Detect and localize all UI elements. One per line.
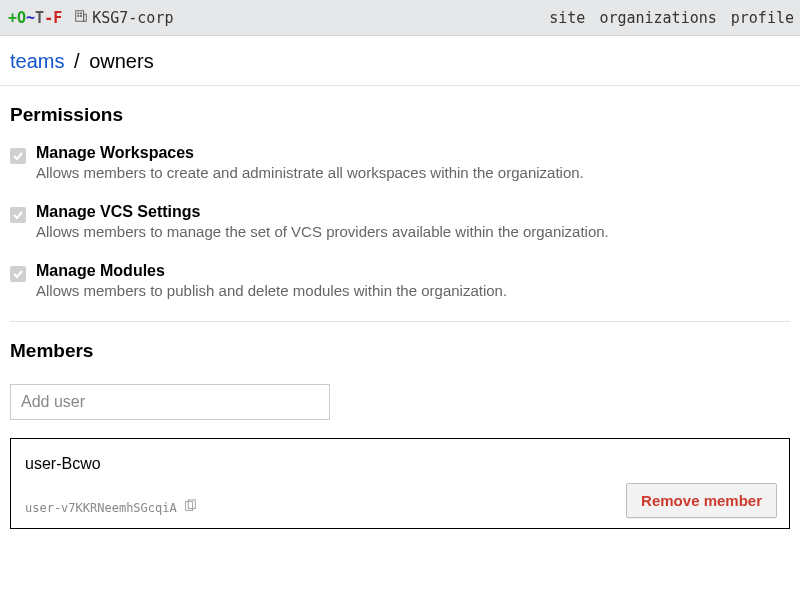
remove-member-button[interactable]: Remove member [626,483,777,518]
nav-site[interactable]: site [549,9,585,27]
topbar: +O~T-F KSG7-corp site organizations prof… [0,0,800,36]
svg-rect-3 [78,15,80,17]
checkbox-icon [10,266,26,282]
permission-row: Manage VCS Settings Allows members to ma… [10,203,790,240]
nav-profile[interactable]: profile [731,9,794,27]
permission-desc: Allows members to manage the set of VCS … [36,223,609,240]
nav-organizations[interactable]: organizations [599,9,716,27]
permissions-section: Permissions Manage Workspaces Allows mem… [0,86,800,299]
permission-title: Manage VCS Settings [36,203,609,221]
member-card: user-Bcwo user-v7KKRNeemhSGcqiA Remove m… [10,438,790,529]
permissions-heading: Permissions [10,104,790,126]
building-icon [62,9,92,27]
svg-rect-2 [80,12,82,14]
checkbox-icon [10,207,26,223]
members-section: Members user-Bcwo user-v7KKRNeemhSGcqiA … [0,322,800,529]
permission-desc: Allows members to create and administrat… [36,164,584,181]
permission-desc: Allows members to publish and delete mod… [36,282,507,299]
svg-rect-4 [80,15,82,17]
copy-icon[interactable] [183,499,197,516]
svg-rect-1 [78,12,80,14]
org-name[interactable]: KSG7-corp [92,9,173,27]
member-id: user-v7KKRNeemhSGcqiA [25,501,177,515]
members-heading: Members [10,340,790,362]
member-name: user-Bcwo [25,455,775,473]
add-user-input[interactable] [10,384,330,420]
checkbox-icon [10,148,26,164]
breadcrumb-teams-link[interactable]: teams [10,50,64,72]
permission-title: Manage Modules [36,262,507,280]
permission-row: Manage Modules Allows members to publish… [10,262,790,299]
permission-title: Manage Workspaces [36,144,584,162]
breadcrumb: teams / owners [0,36,800,86]
permission-row: Manage Workspaces Allows members to crea… [10,144,790,181]
breadcrumb-current: owners [89,50,153,72]
top-nav: site organizations profile [549,9,794,27]
svg-rect-0 [76,10,84,21]
breadcrumb-sep: / [70,50,84,72]
svg-rect-5 [84,14,87,21]
app-logo: +O~T-F [8,9,62,27]
